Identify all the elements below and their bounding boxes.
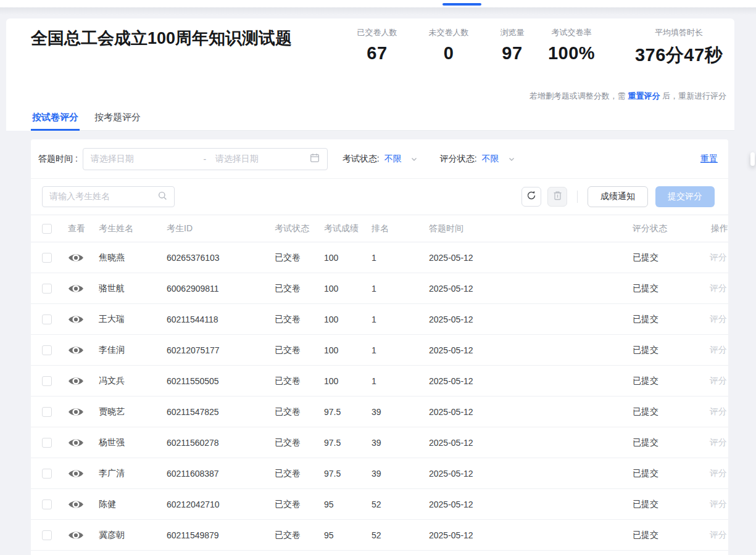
view-cell <box>68 314 99 325</box>
view-cell <box>68 283 99 294</box>
eye-icon[interactable] <box>68 499 84 510</box>
calendar-icon <box>310 153 320 165</box>
eye-icon[interactable] <box>68 283 84 294</box>
note-prefix: 若增删考题或调整分数，需 <box>530 91 628 101</box>
exam-status-filter: 考试状态: 不限 <box>343 154 418 165</box>
search-icon <box>158 191 167 203</box>
col-header-status: 考试状态 <box>275 223 324 234</box>
row-checkbox[interactable] <box>42 253 52 263</box>
eye-icon[interactable] <box>68 345 84 356</box>
search-input[interactable]: 请输入考生姓名 <box>42 186 175 207</box>
row-checkbox[interactable] <box>42 469 52 479</box>
grade-action-link[interactable]: 评分 <box>710 499 727 509</box>
view-cell <box>68 376 99 387</box>
grading-status-value[interactable]: 不限 <box>482 154 499 165</box>
row-checkbox[interactable] <box>42 530 52 540</box>
row-select-cell <box>31 376 68 386</box>
chevron-down-icon[interactable] <box>410 155 418 163</box>
chevron-down-icon[interactable] <box>508 155 515 163</box>
row-checkbox[interactable] <box>42 284 52 294</box>
exam-status-label: 考试状态: <box>343 154 380 165</box>
row-select-cell <box>31 253 68 263</box>
refresh-icon <box>526 191 536 203</box>
col-header-name: 考生姓名 <box>99 223 167 234</box>
tab-grade-by-paper[interactable]: 按试卷评分 <box>31 105 80 131</box>
eye-icon[interactable] <box>68 314 84 325</box>
grading-status: 已提交 <box>633 499 697 510</box>
grade-action-link[interactable]: 评分 <box>710 283 727 293</box>
row-checkbox[interactable] <box>42 345 52 355</box>
reset-filters-link[interactable]: 重置 <box>700 154 718 165</box>
row-checkbox[interactable] <box>42 407 52 417</box>
eye-icon[interactable] <box>68 468 84 479</box>
grade-action-link[interactable]: 评分 <box>710 406 727 416</box>
grading-status: 已提交 <box>633 252 697 263</box>
rank: 52 <box>372 530 429 540</box>
answer-time: 2025-05-12 <box>429 438 633 448</box>
scrollbar-thumb[interactable] <box>750 152 755 166</box>
stat-label: 考试交卷率 <box>538 27 605 38</box>
row-checkbox[interactable] <box>42 314 52 324</box>
date-end-input[interactable]: 请选择日期 <box>215 154 310 165</box>
table-row: 李广清60211608387已交卷97.5392025-05-12已提交评分 <box>31 458 728 489</box>
grade-action-link[interactable]: 评分 <box>710 314 727 324</box>
row-select-cell <box>31 469 68 479</box>
col-header-rank: 排名 <box>372 223 429 234</box>
stat-label: 平均填答时长 <box>611 27 747 38</box>
eye-icon[interactable] <box>68 406 84 417</box>
view-cell <box>68 468 99 479</box>
filter-row: 答题时间 : 请选择日期 - 请选择日期 考试状态: 不限 评分状态: 不限 重… <box>31 139 728 179</box>
eye-icon[interactable] <box>68 530 84 541</box>
action-cell: 评分 <box>697 530 728 541</box>
grading-status: 已提交 <box>633 468 697 479</box>
exam-status-value[interactable]: 不限 <box>384 154 402 165</box>
grade-action-link[interactable]: 评分 <box>710 345 727 355</box>
student-name: 骆世航 <box>99 283 167 294</box>
row-select-cell <box>31 314 68 324</box>
grade-action-link[interactable]: 评分 <box>710 437 727 447</box>
exam-status: 已交卷 <box>275 468 324 479</box>
eye-icon[interactable] <box>68 252 84 263</box>
rank: 1 <box>372 345 429 355</box>
exam-score: 100 <box>324 345 372 355</box>
col-header-time: 答题时间 <box>429 223 633 234</box>
answer-time: 2025-05-12 <box>429 314 633 324</box>
stat-label: 浏览量 <box>484 27 540 38</box>
row-checkbox[interactable] <box>42 376 52 386</box>
exam-score: 100 <box>324 284 372 294</box>
eye-icon[interactable] <box>68 437 84 448</box>
view-cell <box>68 437 99 448</box>
date-range-picker[interactable]: 请选择日期 - 请选择日期 <box>83 148 328 170</box>
student-name: 李佳润 <box>99 345 167 356</box>
row-select-cell <box>31 530 68 540</box>
rank: 39 <box>372 438 429 448</box>
grading-status: 已提交 <box>633 345 697 356</box>
exam-status: 已交卷 <box>275 376 324 387</box>
score-notify-button[interactable]: 成绩通知 <box>588 186 648 207</box>
rank: 39 <box>372 469 429 479</box>
delete-button[interactable] <box>547 187 567 207</box>
row-checkbox[interactable] <box>42 500 52 509</box>
grade-action-link[interactable]: 评分 <box>710 376 727 385</box>
grade-action-link[interactable]: 评分 <box>710 468 727 478</box>
date-start-input[interactable]: 请选择日期 <box>91 154 194 165</box>
submit-grades-button[interactable]: 提交评分 <box>655 186 715 207</box>
tab-grade-by-question[interactable]: 按考题评分 <box>93 105 142 131</box>
grade-action-link[interactable]: 评分 <box>710 530 727 540</box>
grade-action-link[interactable]: 评分 <box>710 252 727 262</box>
student-name: 李广清 <box>99 468 167 479</box>
grading-status: 已提交 <box>633 437 697 448</box>
stat-submit-rate: 考试交卷率 100% <box>538 27 605 64</box>
col-header-score: 考试成绩 <box>324 223 372 234</box>
top-tab-indicator <box>442 3 481 6</box>
action-cell: 评分 <box>697 283 728 294</box>
reset-score-link[interactable]: 重置评分 <box>628 91 660 101</box>
select-all-checkbox[interactable] <box>42 224 52 234</box>
grading-status: 已提交 <box>633 530 697 541</box>
stat-average-duration: 平均填答时长 376分47秒 <box>611 27 747 68</box>
table-row: 陈健60212042710已交卷95522025-05-12已提交评分 <box>31 489 728 520</box>
eye-icon[interactable] <box>68 376 84 387</box>
table-row: 王大瑞60211544118已交卷10012025-05-12已提交评分 <box>31 304 728 335</box>
refresh-button[interactable] <box>521 187 541 207</box>
row-checkbox[interactable] <box>42 438 52 448</box>
